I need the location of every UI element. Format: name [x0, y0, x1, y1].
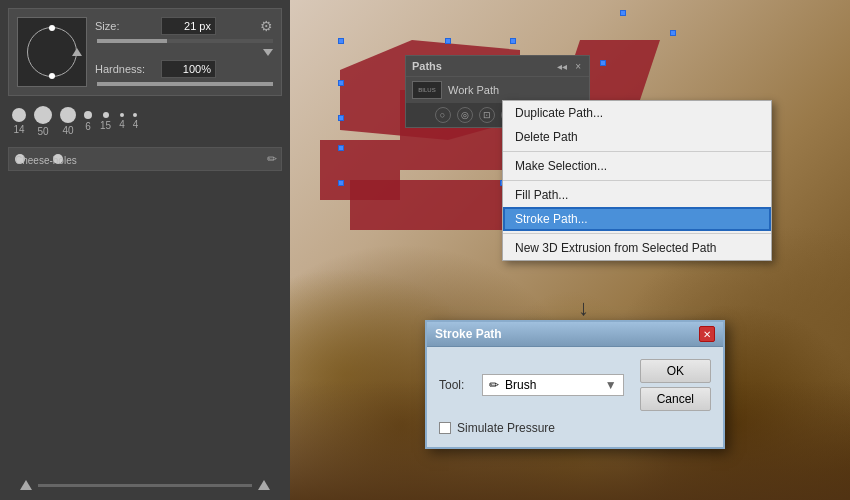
brush-preset-14[interactable]: 14 — [12, 108, 26, 135]
brush-dot — [120, 113, 124, 117]
panel-collapse-btn[interactable]: ◂◂ — [555, 61, 569, 72]
simulate-pressure-row: Simulate Pressure — [439, 421, 711, 435]
menu-separator-3 — [503, 233, 771, 234]
brush-preset-4a[interactable]: 4 — [119, 113, 125, 130]
simulate-pressure-checkbox[interactable] — [439, 422, 451, 434]
size-slider[interactable] — [97, 39, 273, 43]
menu-separator-2 — [503, 180, 771, 181]
selection-handle[interactable] — [338, 38, 344, 44]
brush-preset-50[interactable]: 50 — [34, 106, 52, 137]
named-brush-label: Cheese-holes — [15, 155, 77, 166]
brush-circle — [27, 27, 77, 77]
panel-close-btn[interactable]: × — [573, 61, 583, 72]
tool-value: Brush — [505, 378, 536, 392]
slider-triangle-right[interactable] — [258, 480, 270, 490]
preset-label: 4 — [133, 119, 139, 130]
hardness-slider-row — [95, 82, 273, 86]
menu-stroke-path[interactable]: Stroke Path... — [503, 207, 771, 231]
brush-preview — [17, 17, 87, 87]
brush-preset-4b[interactable]: 4 — [133, 113, 139, 130]
preset-label: 15 — [100, 120, 111, 131]
tool-row: Tool: ✏ Brush ▼ OK Cancel — [439, 359, 711, 411]
control-point-bottom[interactable] — [49, 73, 55, 79]
work-path-label: Work Path — [448, 84, 499, 96]
gear-icon[interactable]: ⚙ — [260, 18, 273, 34]
brush-preset-6[interactable]: 6 — [84, 111, 92, 132]
ok-button[interactable]: OK — [640, 359, 711, 383]
menu-make-selection[interactable]: Make Selection... — [503, 154, 771, 178]
paths-panel-title: Paths — [412, 60, 442, 72]
hardness-input[interactable] — [161, 60, 216, 78]
arrow-indicator: ↓ — [578, 295, 589, 321]
brush-dot — [60, 107, 76, 123]
selection-handle[interactable] — [338, 80, 344, 86]
selection-handle[interactable] — [620, 10, 626, 16]
selection-handle[interactable] — [445, 38, 451, 44]
brush-presets: 14 50 40 6 15 4 4 — [8, 102, 282, 141]
preset-label: 40 — [62, 125, 73, 136]
menu-fill-path[interactable]: Fill Path... — [503, 183, 771, 207]
size-label: Size: — [95, 20, 155, 32]
left-panel: Size: ⚙ Hardness: — [0, 0, 290, 500]
cancel-button[interactable]: Cancel — [640, 387, 711, 411]
selection-handle[interactable] — [338, 115, 344, 121]
size-input[interactable] — [161, 17, 216, 35]
selection-handle[interactable] — [510, 38, 516, 44]
select-arrow-icon: ▼ — [605, 378, 617, 392]
menu-duplicate-path[interactable]: Duplicate Path... — [503, 101, 771, 125]
context-menu: Duplicate Path... Delete Path Make Selec… — [502, 100, 772, 261]
hardness-row: Hardness: — [95, 60, 273, 78]
thumb-label: BILUS — [418, 87, 435, 93]
brush-preset-40[interactable]: 40 — [60, 107, 76, 136]
tool-icon: ✏ — [489, 378, 499, 392]
preset-label: 4 — [119, 119, 125, 130]
dialog-close-button[interactable]: ✕ — [699, 326, 715, 342]
brush-preset-15[interactable]: 15 — [100, 112, 111, 131]
path-stroke-icon[interactable]: ◎ — [457, 107, 473, 123]
hardness-label: Hardness: — [95, 63, 155, 75]
size-slider-fill — [97, 39, 167, 43]
selection-handle[interactable] — [600, 60, 606, 66]
menu-delete-path[interactable]: Delete Path — [503, 125, 771, 149]
pencil-icon: ✏ — [267, 152, 277, 166]
brush-dot — [103, 112, 109, 118]
triangle-down-icon[interactable] — [263, 49, 273, 56]
dialog-title: Stroke Path — [435, 327, 502, 341]
paths-panel-header: Paths ◂◂ × — [406, 56, 589, 77]
brush-dot — [34, 106, 52, 124]
hardness-slider[interactable] — [97, 82, 273, 86]
size-row: Size: ⚙ — [95, 17, 273, 35]
dialog-buttons: OK Cancel — [640, 359, 711, 411]
dialog-titlebar: Stroke Path ✕ — [427, 322, 723, 347]
tool-select[interactable]: ✏ Brush ▼ — [482, 374, 624, 396]
selection-handle[interactable] — [670, 30, 676, 36]
selection-handle[interactable] — [338, 180, 344, 186]
bottom-slider-track[interactable] — [38, 484, 252, 487]
brush-preview-section: Size: ⚙ Hardness: — [8, 8, 282, 96]
brush-dot — [84, 111, 92, 119]
paths-panel-controls: ◂◂ × — [555, 61, 583, 72]
slider-triangle-left[interactable] — [20, 480, 32, 490]
bottom-slider-area — [20, 480, 270, 490]
control-point-top[interactable] — [49, 25, 55, 31]
simulate-pressure-label: Simulate Pressure — [457, 421, 555, 435]
work-path-thumb: BILUS — [412, 81, 442, 99]
named-brush[interactable]: ✏ Cheese-holes — [8, 147, 282, 171]
menu-new-3d[interactable]: New 3D Extrusion from Selected Path — [503, 236, 771, 260]
stroke-path-dialog: Stroke Path ✕ Tool: ✏ Brush ▼ OK Cancel … — [425, 320, 725, 449]
preset-label: 6 — [85, 121, 91, 132]
preset-label: 14 — [13, 124, 24, 135]
brush-params: Size: ⚙ Hardness: — [95, 17, 273, 87]
hardness-slider-fill — [97, 82, 273, 86]
path-load-icon[interactable]: ⊡ — [479, 107, 495, 123]
dialog-body: Tool: ✏ Brush ▼ OK Cancel Simulate Press… — [427, 347, 723, 447]
brush-arrow[interactable] — [72, 48, 82, 56]
path-fill-icon[interactable]: ○ — [435, 107, 451, 123]
preset-label: 50 — [37, 126, 48, 137]
selection-handle[interactable] — [338, 145, 344, 151]
size-slider-row — [95, 39, 273, 43]
menu-separator-1 — [503, 151, 771, 152]
gear-area: ⚙ — [260, 18, 273, 34]
brush-dot — [12, 108, 26, 122]
tool-label: Tool: — [439, 378, 474, 392]
